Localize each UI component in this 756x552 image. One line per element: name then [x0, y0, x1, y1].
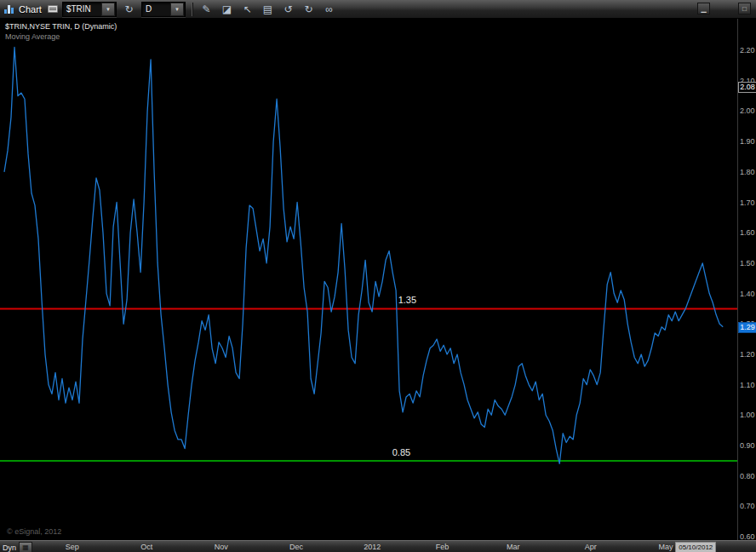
x-axis-tick: Mar	[507, 543, 520, 551]
price-line[interactable]	[4, 48, 723, 464]
symbol-combobox[interactable]: $TRIN ▼	[62, 2, 117, 17]
y-axis-tick: 2.00	[740, 106, 755, 115]
forward-icon[interactable]: ↻	[301, 2, 317, 16]
pointer-tool-icon[interactable]: ↖	[239, 2, 255, 16]
title-bar: Chart $TRIN ▼ ↻ D ▼ ✎ ◪ ↖ ▤ ↺ ↻ ∞ ▁ □	[0, 0, 756, 19]
y-axis-tick: 1.40	[740, 290, 755, 298]
y-axis-tick: 1.60	[740, 228, 755, 237]
study-value-badge: 2.08	[738, 82, 756, 93]
toolbar-separator	[192, 3, 192, 16]
chart-study-label: Moving Average	[5, 32, 117, 41]
last-price-badge: 1.29	[738, 322, 756, 333]
y-axis-tick: 0.70	[740, 502, 755, 510]
dyn-control: Dyn ▦	[3, 542, 32, 552]
x-axis-tick: Oct	[140, 543, 152, 551]
x-axis-tick: Apr	[585, 543, 597, 551]
y-axis-tick: 1.50	[740, 259, 755, 267]
symbol-refresh-icon[interactable]: ↻	[121, 2, 137, 16]
window-title: Chart	[19, 4, 42, 14]
esignal-watermark: © eSignal, 2012	[7, 527, 61, 536]
x-axis-tick: Dec	[289, 543, 303, 551]
symbol-dropdown-icon[interactable]: ▼	[101, 3, 115, 16]
chart-canvas[interactable]	[0, 19, 737, 540]
support-line-label: 0.85	[392, 447, 410, 457]
dyn-label: Dyn	[3, 543, 16, 552]
y-axis-tick: 1.70	[740, 198, 755, 207]
chart-app-icon	[4, 4, 14, 14]
y-axis-tick: 1.00	[740, 411, 755, 419]
page-icon[interactable]	[48, 5, 58, 13]
chart-header: $TRIN,NYSE TRIN, D (Dynamic) Moving Aver…	[5, 22, 117, 41]
link-icon[interactable]: ∞	[321, 2, 337, 16]
x-axis-tick: May	[658, 543, 673, 551]
cursor-date-badge: 05/10/2012	[675, 542, 716, 552]
price-axis[interactable]: 2.202.102.001.901.801.701.601.501.401.30…	[737, 19, 756, 540]
y-axis-tick: 1.20	[740, 350, 755, 359]
x-axis-tick: Feb	[436, 543, 450, 551]
interval-value: D	[146, 4, 157, 14]
y-axis-tick: 2.20	[740, 46, 755, 55]
minimize-button[interactable]: ▁	[697, 3, 710, 14]
esignal-chart-window: { "titlebar": { "app_label": "Chart", "s…	[0, 0, 756, 552]
x-axis-tick: Sep	[66, 543, 79, 551]
y-axis-tick: 1.90	[740, 137, 755, 146]
interval-combobox[interactable]: D ▼	[141, 2, 186, 17]
y-axis-tick: 1.80	[740, 168, 755, 176]
pencil-tool-icon[interactable]: ✎	[198, 2, 215, 16]
chart-title: $TRIN,NYSE TRIN, D (Dynamic)	[5, 22, 117, 31]
maximize-button[interactable]: □	[738, 3, 751, 14]
dyn-mode-button[interactable]: ▦	[19, 542, 32, 552]
y-axis-tick: 0.80	[740, 472, 755, 480]
y-axis-tick: 0.90	[740, 441, 755, 450]
interval-dropdown-icon[interactable]: ▼	[170, 3, 184, 16]
eraser-tool-icon[interactable]: ◪	[219, 2, 235, 16]
chart-region[interactable]: $TRIN,NYSE TRIN, D (Dynamic) Moving Aver…	[0, 19, 756, 540]
y-axis-tick: 1.10	[740, 381, 755, 389]
quote-board-icon[interactable]: ▤	[260, 2, 276, 16]
resistance-line-label: 1.35	[398, 295, 416, 305]
back-icon[interactable]: ↺	[280, 2, 296, 16]
symbol-value: $TRIN	[66, 4, 96, 14]
time-axis[interactable]: Dyn ▦ SepOctNovDec2012FebMarAprMay05/10/…	[0, 540, 756, 552]
x-axis-tick: Nov	[215, 543, 228, 551]
x-axis-tick: 2012	[364, 543, 381, 551]
